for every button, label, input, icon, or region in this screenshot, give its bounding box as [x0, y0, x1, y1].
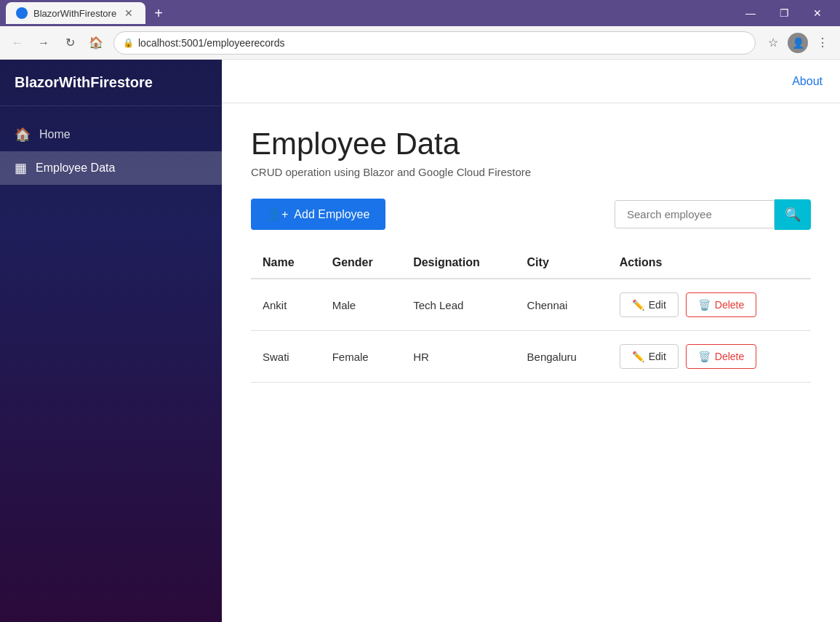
trash-icon-1: 🗑️ [698, 299, 711, 311]
sidebar-brand: BlazorWithFirestore [0, 60, 222, 106]
delete-button-2[interactable]: 🗑️ Delete [686, 344, 756, 369]
cell-designation-1: Tech Lead [401, 279, 515, 331]
table-row: Swati Female HR Bengaluru ✏️ Edit [251, 331, 811, 383]
window-controls: — ❐ ✕ [734, 0, 834, 26]
top-nav: About [222, 60, 840, 103]
col-designation: Designation [401, 247, 515, 279]
toolbar: 👤+ Add Employee 🔍 [251, 199, 811, 230]
cell-city-1: Chennai [516, 279, 608, 331]
sidebar-item-employee-data[interactable]: ▦ Employee Data [0, 151, 222, 185]
edit-icon-1: ✏️ [632, 299, 644, 311]
delete-label-1: Delete [715, 299, 744, 311]
action-buttons-1: ✏️ Edit 🗑️ Delete [620, 292, 799, 317]
tab-favicon [16, 7, 28, 19]
edit-label-1: Edit [649, 299, 666, 311]
sidebar-item-home[interactable]: 🏠 Home [0, 118, 222, 151]
sidebar-item-employee-label: Employee Data [36, 162, 115, 175]
content-area: Employee Data CRUD operation using Blazo… [222, 103, 840, 406]
add-employee-button[interactable]: 👤+ Add Employee [251, 199, 385, 230]
refresh-button[interactable]: ↻ [58, 31, 81, 55]
edit-button-2[interactable]: ✏️ Edit [620, 344, 679, 369]
table-row: Ankit Male Tech Lead Chennai ✏️ Edit [251, 279, 811, 331]
cell-actions-2: ✏️ Edit 🗑️ Delete [608, 331, 811, 383]
main-content: About Employee Data CRUD operation using… [222, 60, 840, 622]
page-title: Employee Data [251, 127, 811, 162]
tab-close-button[interactable]: ✕ [122, 7, 135, 20]
lock-icon: 🔒 [123, 38, 134, 48]
sidebar: BlazorWithFirestore 🏠 Home ▦ Employee Da… [0, 60, 222, 622]
browser-titlebar: BlazorWithFirestore ✕ + — ❐ ✕ [0, 0, 840, 26]
cell-gender-2: Female [321, 331, 401, 383]
search-box: 🔍 [615, 199, 811, 230]
address-input[interactable] [138, 37, 746, 49]
table-body: Ankit Male Tech Lead Chennai ✏️ Edit [251, 279, 811, 383]
browser-menu-button[interactable]: ⋮ [811, 31, 834, 55]
new-tab-button[interactable]: + [148, 5, 169, 22]
col-name: Name [251, 247, 321, 279]
edit-icon-2: ✏️ [632, 351, 644, 362]
trash-icon-2: 🗑️ [698, 351, 711, 362]
minimize-button[interactable]: — [734, 0, 767, 26]
close-button[interactable]: ✕ [801, 0, 834, 26]
edit-button-1[interactable]: ✏️ Edit [620, 292, 679, 317]
delete-label-2: Delete [715, 351, 744, 362]
action-buttons-2: ✏️ Edit 🗑️ Delete [620, 344, 799, 369]
home-nav-button[interactable]: 🏠 [84, 31, 108, 55]
sidebar-item-home-label: Home [39, 128, 71, 141]
cell-actions-1: ✏️ Edit 🗑️ Delete [608, 279, 811, 331]
search-button[interactable]: 🔍 [775, 199, 811, 230]
profile-avatar[interactable]: 👤 [788, 33, 808, 53]
sidebar-nav: 🏠 Home ▦ Employee Data [0, 106, 222, 196]
about-link[interactable]: About [792, 75, 823, 88]
cell-gender-1: Male [321, 279, 401, 331]
table-header-row: Name Gender Designation City Actions [251, 247, 811, 279]
forward-button[interactable]: → [32, 31, 55, 55]
bookmark-button[interactable]: ☆ [761, 31, 785, 55]
delete-button-1[interactable]: 🗑️ Delete [686, 292, 756, 317]
table-header: Name Gender Designation City Actions [251, 247, 811, 279]
employee-data-icon: ▦ [15, 160, 27, 176]
cell-name-2: Swati [251, 331, 321, 383]
search-input[interactable] [615, 200, 775, 228]
col-actions: Actions [608, 247, 811, 279]
back-button[interactable]: ← [6, 31, 29, 55]
edit-label-2: Edit [649, 351, 666, 362]
col-gender: Gender [321, 247, 401, 279]
app-layout: BlazorWithFirestore 🏠 Home ▦ Employee Da… [0, 60, 840, 622]
browser-tab[interactable]: BlazorWithFirestore ✕ [6, 2, 145, 24]
cell-name-1: Ankit [251, 279, 321, 331]
search-icon: 🔍 [785, 207, 801, 223]
sidebar-brand-text: BlazorWithFirestore [15, 74, 153, 90]
add-employee-icon: 👤+ [267, 207, 288, 221]
cell-designation-2: HR [401, 331, 515, 383]
page-subtitle: CRUD operation using Blazor and Google C… [251, 166, 811, 178]
maximize-button[interactable]: ❐ [767, 0, 801, 26]
col-city: City [516, 247, 608, 279]
browser-navbar: ← → ↻ 🏠 🔒 ☆ 👤 ⋮ [0, 26, 840, 60]
address-bar[interactable]: 🔒 [113, 31, 756, 55]
cell-city-2: Bengaluru [516, 331, 608, 383]
employee-table: Name Gender Designation City Actions Ank… [251, 247, 811, 383]
tab-title: BlazorWithFirestore [33, 8, 116, 19]
add-employee-label: Add Employee [294, 208, 369, 221]
home-icon: 🏠 [15, 127, 31, 143]
